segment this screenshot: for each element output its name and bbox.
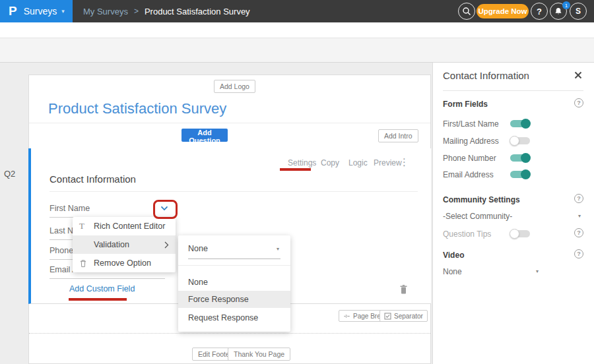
toggle-mailing-address[interactable] — [510, 137, 530, 144]
toggle-knob — [510, 229, 519, 239]
field-input-line[interactable] — [50, 278, 165, 279]
search-button[interactable] — [458, 3, 475, 20]
question-settings-link[interactable]: Settings — [288, 158, 316, 167]
editor-toolbar: Workspace Design Media Library Languages — [0, 38, 594, 63]
add-logo-button[interactable]: Add Logo — [214, 80, 255, 93]
video-dropdown[interactable]: None — [443, 267, 462, 276]
question-title[interactable]: Contact Information — [50, 173, 136, 185]
help-icon[interactable]: ? — [574, 228, 583, 237]
question-preview-link[interactable]: Preview — [374, 158, 402, 167]
toggle-question-tips[interactable] — [510, 230, 530, 237]
thank-you-page-button[interactable]: Thank You Page — [228, 348, 290, 361]
add-intro-button[interactable]: Add Intro — [378, 129, 418, 142]
validation-option-force-response[interactable]: Force Response — [178, 291, 290, 308]
validation-selected-value: None — [188, 244, 208, 253]
first-name-options-chevron-icon[interactable] — [160, 206, 168, 211]
search-icon — [462, 7, 471, 16]
questionpro-survey-editor: P Surveys ▾ My Surveys > Product Satisfa… — [0, 0, 594, 364]
menu-item-rich-content-editor[interactable]: T Rich Content Editor — [73, 217, 176, 235]
bell-icon — [554, 7, 563, 16]
validation-submenu: None ▾ None Force Response Request Respo… — [178, 235, 290, 332]
divider — [29, 123, 430, 123]
form-fields-heading: Form Fields — [443, 100, 488, 109]
question-tips-label: Question Tips — [443, 229, 491, 239]
toggle-email-address[interactable] — [510, 171, 530, 178]
toggle-phone-number[interactable] — [510, 154, 530, 162]
dropdown-caret-icon[interactable]: ▾ — [536, 268, 539, 274]
field-first-name[interactable]: First Name — [50, 204, 90, 213]
toggle-knob — [521, 153, 531, 163]
divider — [443, 90, 583, 91]
text-editor-icon: T — [79, 221, 94, 231]
toggle-first-last-name[interactable] — [510, 120, 530, 127]
breadcrumb: My Surveys > Product Satisfaction Survey — [83, 0, 250, 22]
trash-icon — [79, 259, 94, 268]
survey-nav: Edit Distribute Analytics Integration To… — [0, 22, 594, 38]
menu-item-validation[interactable]: Validation — [73, 235, 176, 254]
field-options-menu: T Rich Content Editor Validation Remove … — [73, 217, 176, 272]
topbar: P Surveys ▾ My Surveys > Product Satisfa… — [0, 0, 594, 22]
menu-item-label: Rich Content Editor — [94, 222, 165, 231]
breadcrumb-separator: > — [134, 7, 139, 16]
help-icon: ? — [537, 7, 542, 16]
breadcrumb-current-survey: Product Satisfaction Survey — [145, 7, 250, 16]
question-copy-link[interactable]: Copy — [321, 158, 339, 167]
add-custom-field-link[interactable]: Add Custom Field — [69, 284, 135, 293]
toggle-knob — [521, 119, 531, 129]
close-panel-icon[interactable] — [574, 71, 582, 79]
validation-option-request-response[interactable]: Request Response — [178, 309, 290, 326]
community-settings-heading: Community Settings — [443, 195, 520, 204]
page-boundary-divider — [29, 333, 430, 334]
select-caret-icon: ▾ — [277, 246, 279, 252]
add-question-button[interactable]: Add Question — [182, 129, 228, 142]
toggle-label-email-address: Email Address — [443, 170, 494, 179]
separator-checkbox-icon — [384, 313, 391, 320]
divider — [178, 265, 290, 266]
video-heading: Video — [443, 251, 464, 260]
question-number: Q2 — [4, 169, 15, 179]
menu-item-label: Remove Option — [94, 258, 151, 268]
toggle-label-first-last-name: First/Last Name — [443, 119, 499, 129]
help-icon[interactable]: ? — [574, 194, 583, 203]
help-button[interactable]: ? — [531, 3, 548, 20]
help-icon[interactable]: ? — [574, 98, 583, 107]
chevron-down-icon: ▾ — [61, 8, 65, 15]
separator-label: Separator — [394, 313, 423, 320]
survey-title[interactable]: Product Satisfaction Survey — [48, 100, 226, 117]
chevron-right-icon — [164, 241, 169, 249]
question-more-menu-icon[interactable]: ⋮ — [399, 157, 409, 167]
divider — [50, 191, 418, 192]
field-phone[interactable]: Phone — [50, 246, 73, 255]
product-switcher-label: Surveys — [24, 6, 57, 16]
toggle-knob — [521, 169, 531, 179]
separator-button[interactable]: Separator — [380, 310, 428, 322]
validation-option-none[interactable]: None — [178, 274, 290, 291]
upgrade-now-button[interactable]: Upgrade Now — [477, 4, 529, 18]
menu-item-label: Validation — [94, 240, 129, 249]
help-icon[interactable]: ? — [574, 249, 583, 258]
toggle-label-mailing-address: Mailing Address — [443, 136, 499, 146]
toggle-knob — [510, 136, 519, 146]
product-switcher[interactable]: P Surveys ▾ — [0, 0, 73, 22]
avatar-initial: S — [576, 7, 581, 16]
delete-question-trash-icon[interactable] — [399, 284, 408, 295]
toggle-label-phone-number: Phone Number — [443, 154, 496, 163]
questionpro-logo-icon: P — [9, 4, 17, 18]
user-avatar[interactable]: S — [570, 3, 587, 20]
dropdown-caret-icon[interactable]: ▾ — [578, 213, 581, 219]
question-logic-link[interactable]: Logic — [348, 158, 368, 167]
select-community-dropdown[interactable]: -Select Community- — [443, 212, 512, 221]
panel-title: Contact Information — [443, 70, 529, 81]
breadcrumb-my-surveys[interactable]: My Surveys — [83, 7, 128, 16]
page-break-icon — [343, 313, 350, 320]
notification-count-badge: 1 — [562, 1, 570, 9]
validation-select[interactable]: None ▾ — [188, 244, 280, 259]
menu-item-remove-option[interactable]: Remove Option — [73, 254, 176, 272]
